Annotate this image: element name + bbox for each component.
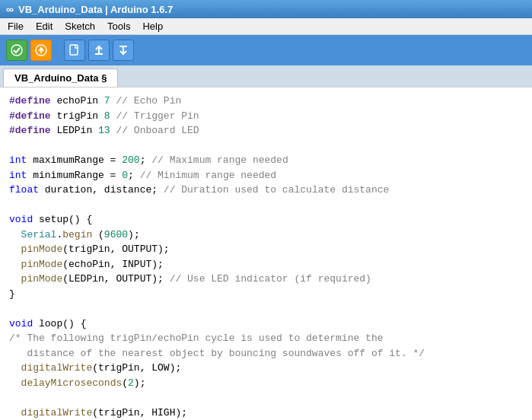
svg-point-0	[11, 45, 22, 56]
tab-main[interactable]: VB_Arduino_Data §	[3, 68, 118, 87]
code-line-5: int minimumRange = 0; // Minimum range n…	[9, 168, 523, 183]
menu-help[interactable]: Help	[138, 20, 167, 33]
code-line-15: distance of the nearest object by bounci…	[9, 346, 523, 361]
svg-rect-3	[70, 45, 78, 55]
code-line-11: pinMode(LEDPin, OUTPUT); // Use LED indi…	[9, 272, 523, 287]
menu-edit[interactable]: Edit	[31, 20, 57, 33]
code-line-3: #define LEDPin 13 // Onboard LED	[9, 123, 523, 138]
toolbar	[0, 35, 532, 65]
save-icon	[117, 44, 129, 56]
tab-bar: VB_Arduino_Data §	[0, 65, 532, 87]
upload-icon	[35, 44, 47, 56]
verify-icon	[11, 44, 23, 56]
code-line-4: int maximumRange = 200; // Maximum range…	[9, 153, 523, 168]
code-line-8: Serial.begin (9600);	[9, 228, 523, 243]
code-line-16: digitalWrite(trigPin, LOW);	[9, 361, 523, 376]
verify-button[interactable]	[6, 40, 27, 61]
new-icon	[69, 44, 80, 56]
blank-line-3	[9, 301, 523, 317]
menu-bar: File Edit Sketch Tools Help	[0, 18, 532, 35]
code-line-1: #define echoPin 7 // Echo Pin	[9, 94, 523, 109]
code-line-10: pinMode(echoPin, INPUT);	[9, 257, 523, 272]
upload-button[interactable]	[30, 40, 52, 61]
code-editor[interactable]: #define echoPin 7 // Echo Pin #define tr…	[0, 87, 532, 420]
open-icon	[93, 44, 105, 56]
blank-line-2	[9, 198, 523, 213]
menu-sketch[interactable]: Sketch	[60, 20, 100, 33]
code-line-18: digitalWrite(trigPin, HIGH);	[9, 406, 523, 421]
new-button[interactable]	[64, 40, 85, 61]
code-line-14: /* The following trigPin/echoPin cycle i…	[9, 331, 523, 346]
code-line-2: #define trigPin 8 // Trigger Pin	[9, 109, 523, 124]
code-line-17: delayMicroseconds(2);	[9, 376, 523, 391]
code-line-12: }	[9, 287, 523, 302]
save-button[interactable]	[113, 40, 134, 61]
code-line-6: float duration, distance; // Duration us…	[9, 183, 523, 198]
title-icon: ∞	[6, 3, 14, 15]
window-title: VB_Arduino_Data | Arduino 1.6.7	[18, 4, 173, 15]
code-line-7: void setup() {	[9, 212, 523, 228]
blank-line-1	[9, 138, 523, 154]
open-button[interactable]	[88, 40, 110, 61]
code-line-13: void loop() {	[9, 317, 523, 332]
blank-line-4	[9, 390, 523, 406]
menu-tools[interactable]: Tools	[103, 20, 135, 33]
code-line-9: pinMode(trigPin, OUTPUT);	[9, 242, 523, 257]
title-bar: ∞ VB_Arduino_Data | Arduino 1.6.7	[0, 0, 532, 18]
menu-file[interactable]: File	[3, 20, 28, 33]
